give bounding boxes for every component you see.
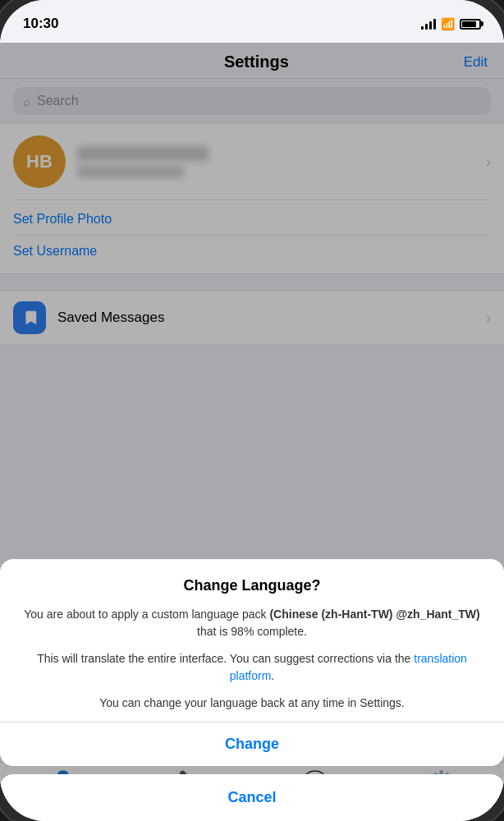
dialog-body-2: This will translate the entire interface… <box>20 650 484 685</box>
dialog-content: Change Language? You are about to apply … <box>0 559 504 712</box>
status-icons: 📶 <box>421 17 481 30</box>
dialog-cancel-box: Cancel <box>0 774 504 821</box>
battery-icon <box>460 19 481 30</box>
phone-frame: 10:30 📶 Settings Edit ⌕ Search <box>0 0 504 821</box>
change-language-dialog: Change Language? You are about to apply … <box>0 559 504 766</box>
status-time: 10:30 <box>23 16 58 32</box>
settings-screen: Settings Edit ⌕ Search HB › Set Profile … <box>0 43 504 821</box>
dialog-body-1: You are about to apply a custom language… <box>20 606 484 640</box>
wifi-icon: 📶 <box>441 17 455 30</box>
change-language-button[interactable]: Change <box>0 722 504 766</box>
dialog-overlay: Change Language? You are about to apply … <box>0 43 504 821</box>
dialog-body-3: You can change your language back at any… <box>20 695 484 712</box>
status-bar: 10:30 📶 <box>0 0 504 43</box>
dialog-highlight: (Chinese (zh-Hant-TW) @zh_Hant_TW) <box>269 608 479 621</box>
dialog-container: Change Language? You are about to apply … <box>0 559 504 821</box>
dialog-title: Change Language? <box>20 577 484 594</box>
signal-icon <box>421 18 436 30</box>
cancel-button[interactable]: Cancel <box>0 774 504 821</box>
